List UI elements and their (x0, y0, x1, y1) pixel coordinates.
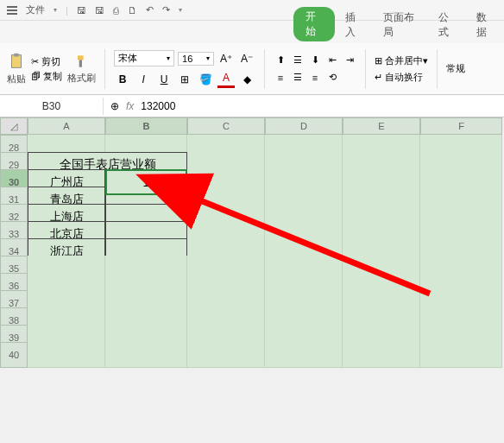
increase-font-icon[interactable]: A⁺ (217, 50, 235, 67)
col-header-A[interactable]: A (28, 117, 105, 135)
file-dropdown-icon[interactable]: ▾ (54, 6, 57, 14)
align-top-icon[interactable]: ⬆ (274, 54, 287, 67)
menu-icon[interactable] (7, 6, 17, 15)
indent-decrease-icon[interactable]: ⇤ (325, 54, 339, 67)
print-preview-icon[interactable]: 🗋 (128, 5, 137, 16)
align-center-icon[interactable]: ☰ (291, 71, 305, 85)
tab-start[interactable]: 开始 (293, 7, 335, 41)
save-as-icon[interactable]: 🖫 (95, 5, 104, 16)
align-left-icon[interactable]: ≡ (274, 71, 287, 85)
format-painter-button[interactable]: 格式刷 (67, 53, 96, 85)
fill-color-button[interactable]: 🪣 (197, 71, 214, 88)
tab-data[interactable]: 数据 (466, 7, 504, 43)
cell-B30[interactable]: 132000 (105, 169, 187, 195)
svg-rect-3 (79, 60, 81, 66)
ribbon-tabs: 开始 插入 页面布局 公式 数据 (0, 21, 504, 43)
number-format-select[interactable]: 常规 (446, 62, 465, 75)
select-all-corner[interactable]: ◿ (0, 117, 28, 135)
merge-center-button[interactable]: ⊞ 合并居中▾ (375, 54, 428, 67)
formula-bar: B30 ⊕ fx 132000 (0, 95, 504, 117)
copy-button[interactable]: 🗐 复制 (31, 70, 62, 83)
svg-rect-1 (14, 54, 19, 57)
italic-button[interactable]: I (135, 71, 152, 88)
align-right-icon[interactable]: ≡ (308, 71, 322, 85)
tab-insert[interactable]: 插入 (335, 7, 373, 43)
svg-rect-2 (78, 55, 84, 60)
undo-icon[interactable]: ↶ (146, 4, 154, 16)
col-header-D[interactable]: D (265, 117, 343, 135)
col-header-C[interactable]: C (187, 117, 265, 135)
function-wizard-icon[interactable]: ⊕ (110, 100, 119, 112)
border-button[interactable]: ⊞ (176, 71, 193, 88)
tab-formula[interactable]: 公式 (428, 7, 466, 43)
auto-wrap-button[interactable]: ↵ 自动换行 (375, 71, 428, 84)
redo-icon[interactable]: ↷ (162, 4, 170, 16)
svg-rect-0 (12, 55, 22, 68)
cut-button[interactable]: ✂ 剪切 (31, 55, 62, 68)
fx-icon[interactable]: fx (126, 100, 134, 112)
col-header-E[interactable]: E (343, 117, 420, 135)
underline-button[interactable]: U (155, 71, 173, 88)
paste-button[interactable]: 粘贴 (7, 52, 26, 85)
tab-page-layout[interactable]: 页面布局 (373, 7, 428, 43)
font-size-select[interactable]: 16▾ (178, 52, 214, 66)
file-menu[interactable]: 文件 (26, 3, 45, 16)
highlight-button[interactable]: ◆ (238, 71, 255, 88)
ribbon-toolbar: 粘贴 ✂ 剪切 🗐 复制 格式刷 宋体▾ 16▾ A⁺ A⁻ B I U ⊞ 🪣… (0, 43, 504, 95)
align-middle-icon[interactable]: ☰ (291, 54, 305, 67)
decrease-font-icon[interactable]: A⁻ (238, 50, 255, 67)
save-icon[interactable]: 🖫 (77, 5, 86, 16)
spreadsheet-grid[interactable]: ◿ A B C D E F 28 29 全国手表店营业额 30 广州店 1320… (0, 117, 504, 443)
align-bottom-icon[interactable]: ⬇ (308, 54, 322, 67)
formula-content[interactable]: 132000 (141, 100, 175, 112)
col-header-B[interactable]: B (105, 117, 187, 135)
print-icon[interactable]: ⎙ (113, 5, 119, 16)
indent-increase-icon[interactable]: ⇥ (343, 54, 356, 67)
orientation-icon[interactable]: ⟲ (325, 71, 339, 85)
font-color-button[interactable]: A (217, 71, 235, 88)
col-header-F[interactable]: F (420, 117, 502, 135)
name-box[interactable]: B30 (0, 98, 104, 115)
bold-button[interactable]: B (114, 71, 131, 88)
customize-dropdown-icon[interactable]: ▾ (179, 6, 182, 14)
font-name-select[interactable]: 宋体▾ (114, 50, 174, 66)
row-header-40[interactable]: 40 (0, 342, 28, 368)
